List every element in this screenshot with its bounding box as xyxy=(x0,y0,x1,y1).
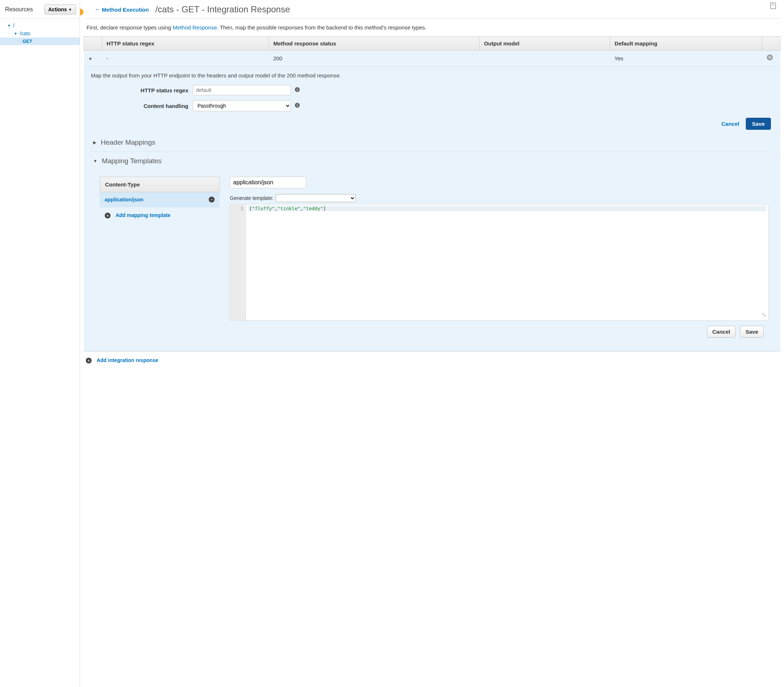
sidebar-title: Resources xyxy=(5,6,33,13)
add-integration-row: + Add integration response xyxy=(84,351,781,369)
intro-text: First, declare response types using Meth… xyxy=(84,18,781,36)
add-mapping-template-link[interactable]: Add mapping template xyxy=(115,212,171,218)
save-button[interactable]: Save xyxy=(746,118,771,130)
remove-content-type-icon[interactable]: − xyxy=(209,197,214,202)
info-icon[interactable]: i xyxy=(295,87,300,94)
resize-handle-icon[interactable]: ⤡ xyxy=(761,311,766,318)
page-title: /cats - GET - Integration Response xyxy=(155,4,290,15)
tree-method-label: GET xyxy=(23,39,32,44)
mapping-templates-label: Mapping Templates xyxy=(102,157,161,165)
add-integration-response-link[interactable]: Add integration response xyxy=(97,357,158,363)
tree-resource-label: /cats xyxy=(20,31,31,36)
editor-code[interactable]: ["fluffy","tinkle","teddy"] xyxy=(246,205,768,320)
col-delete xyxy=(762,37,781,51)
response-table: HTTP status regex Method response status… xyxy=(84,36,781,67)
cell-regex: - xyxy=(102,51,269,67)
actions-button[interactable]: Actions ▼ xyxy=(44,4,76,15)
tree-root[interactable]: ▼ / xyxy=(0,21,80,30)
template-save-button[interactable]: Save xyxy=(740,326,764,338)
cell-output-model xyxy=(479,51,610,67)
regex-label: HTTP status regex xyxy=(91,87,193,94)
content-handling-select[interactable]: Passthrough xyxy=(193,100,291,111)
splitter-handle-icon[interactable] xyxy=(80,9,83,15)
response-detail-panel: Map the output from your HTTP endpoint t… xyxy=(84,67,781,351)
template-cancel-button[interactable]: Cancel xyxy=(707,326,736,338)
template-code-editor[interactable]: 1 ["fluffy","tinkle","teddy"] ⤡ xyxy=(230,204,769,320)
content-type-table: Content-Type application/json − + Add ma… xyxy=(100,177,220,339)
method-response-link[interactable]: Method Response xyxy=(173,25,217,31)
content-type-row[interactable]: application/json − xyxy=(100,192,220,207)
caret-down-icon: ▼ xyxy=(14,31,18,36)
delete-row-icon[interactable] xyxy=(766,55,773,62)
content-handling-label: Content handling xyxy=(91,103,193,109)
resource-tree: ▼ / ▼ /cats GET xyxy=(0,18,80,48)
actions-label: Actions xyxy=(48,7,67,12)
col-default-mapping: Default mapping xyxy=(610,37,762,51)
caret-down-icon: ▼ xyxy=(7,24,11,28)
caret-down-icon[interactable]: ▼ xyxy=(88,56,93,61)
mapping-templates-section[interactable]: ▼ Mapping Templates xyxy=(91,152,773,170)
back-label: Method Execution xyxy=(102,7,149,13)
svg-text:i: i xyxy=(297,88,298,92)
panel-description: Map the output from your HTTP endpoint t… xyxy=(91,72,773,79)
add-mapping-template-row: + Add mapping template xyxy=(100,207,220,224)
editor-gutter: 1 xyxy=(230,205,246,320)
cell-default-mapping: Yes xyxy=(610,51,762,67)
content-type-link[interactable]: application/json xyxy=(105,197,143,202)
generate-template-select[interactable] xyxy=(276,194,356,202)
plus-icon[interactable]: + xyxy=(86,358,92,363)
intro-pre: First, declare response types using xyxy=(87,25,173,31)
header-mappings-section[interactable]: ▶ Header Mappings xyxy=(91,133,773,152)
content-type-header: Content-Type xyxy=(100,177,220,192)
table-row[interactable]: ▼ - 200 Yes xyxy=(84,51,781,67)
regex-input[interactable] xyxy=(193,85,291,95)
caret-right-icon: ▶ xyxy=(93,140,96,145)
resources-sidebar: Resources Actions ▼ ▼ / ▼ /cats GET xyxy=(0,0,80,687)
line-number: 1 xyxy=(230,206,243,211)
cell-method-status: 200 xyxy=(269,51,479,67)
info-icon[interactable]: i xyxy=(295,102,300,109)
generate-template-label: Generate template: xyxy=(230,195,273,201)
main-content: ← Method Execution /cats - GET - Integra… xyxy=(80,0,784,687)
tree-resource-cats[interactable]: ▼ /cats xyxy=(0,30,80,38)
arrow-left-icon: ← xyxy=(94,6,100,13)
cancel-button[interactable]: Cancel xyxy=(719,118,741,130)
tree-root-label: / xyxy=(13,23,15,28)
col-regex: HTTP status regex xyxy=(102,37,269,51)
svg-text:i: i xyxy=(297,103,298,107)
caret-down-icon: ▼ xyxy=(68,8,72,12)
header-mappings-label: Header Mappings xyxy=(101,138,155,146)
col-output-model: Output model xyxy=(479,37,610,51)
book-icon[interactable] xyxy=(769,2,777,12)
template-editor-column: Generate template: 1 ["fluffy","tinkle",… xyxy=(230,177,773,339)
back-to-method-execution[interactable]: ← Method Execution xyxy=(94,6,149,13)
col-expand xyxy=(84,37,102,51)
mapping-templates-body: Content-Type application/json − + Add ma… xyxy=(91,170,773,345)
plus-icon[interactable]: + xyxy=(105,213,110,219)
caret-down-icon: ▼ xyxy=(93,158,97,164)
tree-method-get[interactable]: GET xyxy=(0,38,80,45)
col-method-status: Method response status xyxy=(269,37,479,51)
intro-post: . Then, map the possible responses from … xyxy=(217,25,427,31)
breadcrumb: ← Method Execution /cats - GET - Integra… xyxy=(84,0,781,18)
content-type-input[interactable] xyxy=(230,177,306,188)
